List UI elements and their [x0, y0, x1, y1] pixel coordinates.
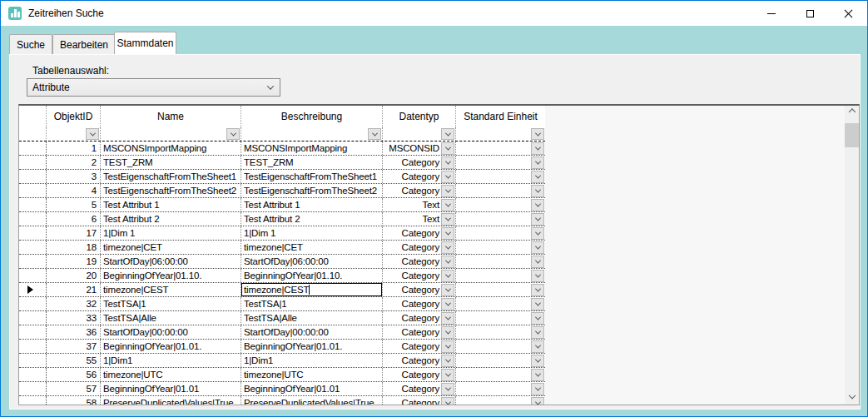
cell-objektid[interactable]: 58 [47, 396, 101, 405]
cell-name[interactable]: StartOfDay|00:00:00 [101, 325, 241, 339]
einheit-dropdown[interactable] [531, 340, 544, 353]
einheit-dropdown[interactable] [531, 355, 544, 367]
datentyp-dropdown[interactable] [441, 227, 454, 240]
header-objektid[interactable]: ObjektID [47, 106, 101, 127]
cell-standard-einheit[interactable] [456, 241, 545, 254]
row-header-cell[interactable] [19, 382, 47, 395]
header-beschreibung[interactable]: Beschreibung [241, 106, 383, 127]
scroll-down-button[interactable] [845, 390, 859, 405]
cell-datentyp[interactable]: Category [383, 354, 456, 367]
datentyp-dropdown[interactable] [441, 156, 454, 169]
cell-datentyp[interactable]: Category [383, 382, 456, 395]
filter-datentyp-dropdown[interactable] [441, 128, 454, 140]
cell-name[interactable]: TestEigenschaftFromTheSheet2 [101, 184, 241, 197]
header-standard-einheit[interactable]: Standard Einheit [456, 106, 545, 127]
datentyp-dropdown[interactable] [441, 340, 454, 353]
cell-objektid[interactable]: 18 [47, 241, 101, 254]
cell-standard-einheit[interactable] [456, 382, 545, 395]
row-header-cell[interactable] [19, 396, 47, 405]
datentyp-dropdown[interactable] [441, 241, 454, 254]
cell-standard-einheit[interactable] [456, 170, 545, 183]
maximize-button[interactable] [791, 1, 829, 26]
cell-beschreibung[interactable]: TestEigenschaftFromTheSheet1 [241, 170, 383, 183]
cell-name[interactable]: BeginningOfYear|01.01 [101, 382, 241, 395]
cell-standard-einheit[interactable] [456, 212, 545, 226]
tabellenauswahl-combobox[interactable]: Attribute [27, 78, 280, 97]
cell-beschreibung[interactable]: TEST_ZRM [241, 156, 383, 169]
einheit-dropdown[interactable] [531, 227, 544, 240]
cell-name[interactable]: StartOfDay|06:00:00 [101, 255, 241, 268]
row-header-cell[interactable] [19, 226, 47, 240]
row-header-cell[interactable] [19, 325, 47, 339]
row-header-cell[interactable] [19, 368, 47, 381]
cell-datentyp[interactable]: Text [383, 198, 456, 211]
cell-name[interactable]: TestTSA|Alle [101, 311, 241, 325]
cell-standard-einheit[interactable] [456, 141, 545, 155]
row-header-cell[interactable] [19, 184, 47, 197]
einheit-dropdown[interactable] [531, 284, 544, 296]
scroll-up-button[interactable] [845, 106, 859, 120]
cell-standard-einheit[interactable] [456, 184, 545, 197]
filter-beschreibung-dropdown[interactable] [368, 128, 381, 140]
cell-beschreibung[interactable]: BeginningOfYear|01.01. [241, 340, 383, 353]
row-header-cell[interactable] [19, 283, 47, 296]
cell-standard-einheit[interactable] [456, 325, 545, 339]
einheit-dropdown[interactable] [531, 383, 544, 395]
datentyp-dropdown[interactable] [441, 213, 454, 226]
cell-objektid[interactable]: 4 [47, 184, 101, 197]
cell-datentyp[interactable]: MSCONSID [383, 141, 456, 155]
einheit-dropdown[interactable] [531, 142, 544, 155]
cell-objektid[interactable]: 55 [47, 354, 101, 367]
datentyp-dropdown[interactable] [441, 256, 454, 268]
scrollbar-thumb[interactable] [845, 123, 859, 147]
datentyp-dropdown[interactable] [441, 298, 454, 310]
cell-name[interactable]: BeginningOfYear|01.01. [101, 340, 241, 353]
cell-beschreibung[interactable]: timezone|CEST [241, 283, 383, 296]
cell-datentyp[interactable]: Category [383, 368, 456, 381]
cell-standard-einheit[interactable] [456, 368, 545, 381]
row-header-cell[interactable] [19, 141, 47, 155]
cell-name[interactable]: timezone|CET [101, 241, 241, 254]
cell-objektid[interactable]: 56 [47, 368, 101, 381]
filter-name-dropdown[interactable] [226, 128, 240, 140]
row-header-cell[interactable] [19, 156, 47, 169]
cell-datentyp[interactable]: Category [383, 241, 456, 254]
cell-beschreibung[interactable]: StartOfDay|06:00:00 [241, 255, 383, 268]
cell-objektid[interactable]: 36 [47, 325, 101, 339]
cell-beschreibung[interactable]: StartOfDay|00:00:00 [241, 325, 383, 339]
einheit-dropdown[interactable] [531, 171, 544, 183]
row-header-cell[interactable] [19, 212, 47, 226]
datentyp-dropdown[interactable] [441, 270, 454, 282]
cell-name[interactable]: TestTSA|1 [101, 297, 241, 310]
datentyp-dropdown[interactable] [441, 397, 454, 406]
row-header-cell[interactable] [19, 255, 47, 268]
cell-beschreibung[interactable]: 1|Dim 1 [241, 226, 383, 240]
cell-name[interactable]: timezone|CEST [101, 283, 241, 296]
cell-name[interactable]: BeginningOfYear|01.10. [101, 269, 241, 282]
einheit-dropdown[interactable] [531, 241, 544, 254]
filter-objektid-dropdown[interactable] [86, 128, 99, 140]
datentyp-dropdown[interactable] [441, 284, 454, 296]
row-header-cell[interactable] [19, 198, 47, 211]
cell-name[interactable]: PreserveDuplicatedValues|True [101, 396, 241, 405]
cell-name[interactable]: Test Attribut 2 [101, 212, 241, 226]
cell-datentyp[interactable]: Category [383, 283, 456, 296]
cell-standard-einheit[interactable] [456, 156, 545, 169]
row-header-cell[interactable] [19, 340, 47, 353]
datentyp-dropdown[interactable] [441, 369, 454, 381]
row-header-cell[interactable] [19, 241, 47, 254]
cell-standard-einheit[interactable] [456, 269, 545, 282]
cell-beschreibung[interactable]: TestTSA|Alle [241, 311, 383, 325]
cell-datentyp[interactable]: Text [383, 212, 456, 226]
header-name[interactable]: Name [101, 106, 241, 127]
einheit-dropdown[interactable] [531, 213, 544, 226]
einheit-dropdown[interactable] [531, 185, 544, 197]
cell-objektid[interactable]: 21 [47, 283, 101, 296]
einheit-dropdown[interactable] [531, 397, 544, 406]
cell-objektid[interactable]: 2 [47, 156, 101, 169]
cell-beschreibung[interactable]: BeginningOfYear|01.01 [241, 382, 383, 395]
einheit-dropdown[interactable] [531, 256, 544, 268]
einheit-dropdown[interactable] [531, 326, 544, 339]
cell-objektid[interactable]: 5 [47, 198, 101, 211]
datentyp-dropdown[interactable] [441, 171, 454, 183]
